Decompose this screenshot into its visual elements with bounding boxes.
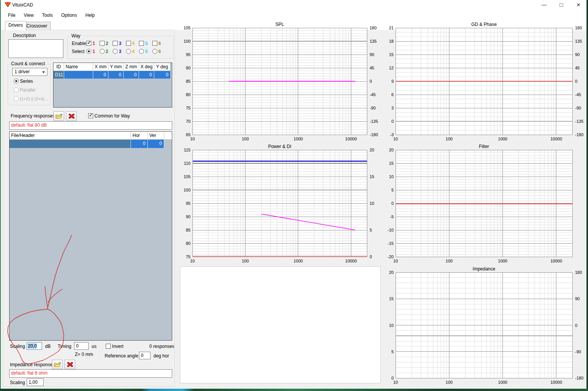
reference-angle-label: Reference angle: [105, 353, 138, 359]
empty-chart-panel: [180, 266, 381, 383]
svg-text:12: 12: [389, 66, 394, 70]
frequency-response-file-field[interactable]: default: flat 80 dB: [9, 121, 172, 130]
way-enable-4[interactable]: 4: [126, 41, 135, 46]
way-select-2[interactable]: 2: [100, 49, 108, 54]
way-enable-5[interactable]: 5: [139, 41, 148, 46]
driver-count-dropdown[interactable]: 1 driver: [12, 68, 47, 76]
col-ymm[interactable]: Y mm: [108, 63, 124, 71]
impedance-response-label: Impedance response: [10, 362, 53, 367]
col-ydeg[interactable]: Y deg: [154, 63, 170, 71]
cell-driver-id: D11: [53, 71, 64, 79]
svg-text:20: 20: [389, 270, 394, 275]
svg-text:15: 15: [389, 161, 394, 166]
svg-text:135: 135: [575, 39, 582, 43]
col-zmm[interactable]: Z mm: [124, 63, 139, 71]
menu-file[interactable]: File: [4, 11, 19, 19]
svg-text:15: 15: [389, 296, 394, 301]
menu-view[interactable]: View: [19, 11, 38, 19]
description-input[interactable]: [8, 39, 63, 58]
reference-angle-input[interactable]: 0: [139, 352, 150, 359]
svg-text:5: 5: [391, 188, 394, 192]
frequency-response-list[interactable]: File/Header Hor Ver 0 0: [9, 131, 172, 341]
invert-checkbox[interactable]: Invert: [106, 344, 123, 349]
svg-text:15: 15: [389, 52, 394, 57]
way-select-1[interactable]: 1: [86, 49, 95, 54]
svg-text:90: 90: [186, 66, 191, 70]
cell-driver-ymm: 0: [108, 71, 124, 79]
way-select-6[interactable]: 6: [152, 49, 161, 54]
col-id[interactable]: ID: [53, 63, 64, 71]
svg-text:6: 6: [391, 92, 394, 97]
svg-text:1000: 1000: [294, 137, 303, 141]
way-enable-6[interactable]: 6: [152, 41, 161, 46]
svg-text:75: 75: [186, 106, 191, 110]
tab-drivers[interactable]: Drivers: [5, 21, 26, 30]
radio-series[interactable]: Series: [14, 79, 33, 84]
scaling-input[interactable]: 20,0: [27, 342, 42, 350]
menu-help[interactable]: Help: [81, 11, 99, 19]
col-xmm[interactable]: X mm: [93, 63, 108, 71]
cell-hor: 0: [131, 140, 148, 148]
svg-text:10000: 10000: [345, 259, 357, 263]
way-select-3[interactable]: 3: [113, 49, 121, 54]
list-item[interactable]: 0 0: [10, 140, 172, 148]
svg-text:-90: -90: [575, 106, 581, 110]
svg-text:5: 5: [391, 349, 394, 354]
radio-grouped[interactable]: (1+2) || (3+4)...: [14, 96, 48, 101]
radio-parallel[interactable]: Parallel: [14, 87, 35, 93]
scaling-unit: dB: [45, 344, 51, 349]
open-frequency-response-button[interactable]: [53, 111, 64, 121]
col-hor[interactable]: Hor: [131, 132, 148, 140]
svg-text:-135: -135: [575, 119, 583, 124]
svg-text:100: 100: [446, 137, 452, 141]
radio-icon: [86, 49, 91, 54]
open-impedance-response-button[interactable]: [52, 360, 63, 369]
description-label: Description: [13, 33, 36, 38]
cell-driver-xdeg: 0: [139, 71, 154, 79]
svg-text:9: 9: [391, 79, 394, 84]
tab-crossover[interactable]: Crossover: [23, 22, 51, 30]
svg-text:-180: -180: [370, 132, 378, 137]
remove-impedance-response-button[interactable]: [65, 360, 75, 369]
table-row[interactable]: D11 0 0 0 0 0: [53, 71, 172, 79]
svg-text:-90: -90: [575, 349, 581, 354]
impedance-response-file-field[interactable]: default: flat 8 ohm: [9, 369, 172, 378]
way-enable-2[interactable]: 2: [100, 41, 108, 46]
svg-text:95: 95: [186, 201, 191, 206]
driver-count-value: 1 driver: [15, 69, 30, 74]
checkbox-icon: [88, 113, 93, 118]
col-name[interactable]: Name: [64, 63, 93, 71]
svg-text:80: 80: [186, 92, 191, 97]
minimize-button[interactable]: —: [536, 0, 552, 10]
svg-text:180: 180: [575, 270, 582, 275]
menu-tools[interactable]: Tools: [38, 11, 57, 19]
chart-gd-phase: GD & Phase-303691215182118013590450-45-9…: [383, 21, 586, 143]
col-ver[interactable]: Ver: [148, 132, 164, 140]
way-select-5[interactable]: 5: [139, 49, 148, 54]
way-select-4[interactable]: 4: [126, 49, 135, 54]
menu-options[interactable]: Options: [57, 11, 81, 19]
app-logo-icon: [5, 2, 11, 8]
svg-text:115: 115: [184, 148, 191, 152]
way-enable-1[interactable]: 1: [86, 41, 95, 46]
impedance-scaling-input[interactable]: 1,00: [27, 378, 44, 386]
remove-frequency-response-button[interactable]: [66, 111, 77, 121]
col-file-header[interactable]: File/Header: [10, 132, 131, 140]
red-x-icon: [67, 362, 73, 367]
scaling-label: Scaling: [10, 344, 25, 349]
close-button[interactable]: ×: [570, 0, 587, 10]
svg-text:10000: 10000: [550, 259, 562, 263]
maximize-button[interactable]: □: [553, 0, 570, 10]
impedance-scaling-label: Scaling: [10, 380, 25, 385]
common-for-way-checkbox[interactable]: Common for Way: [88, 113, 130, 119]
svg-text:10000: 10000: [550, 380, 562, 385]
way-enable-3[interactable]: 3: [113, 41, 121, 46]
checkbox-icon: [106, 344, 111, 349]
svg-text:180: 180: [575, 26, 582, 30]
svg-text:85: 85: [186, 228, 191, 232]
frequency-responses-label: Frequency responses: [11, 113, 55, 119]
svg-text:5: 5: [370, 228, 372, 232]
col-xdeg[interactable]: X deg: [139, 63, 154, 71]
timing-input[interactable]: 0: [74, 342, 89, 350]
radio-series-circle: [14, 79, 19, 84]
